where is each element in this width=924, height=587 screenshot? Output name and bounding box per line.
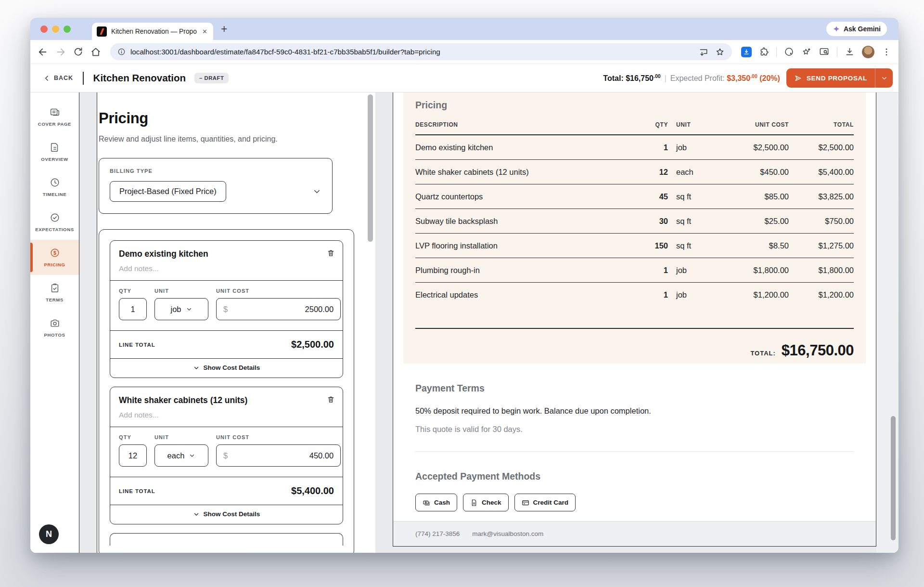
unit-cost-value[interactable] [228,451,334,460]
chevron-down-icon [186,306,192,313]
line-total-value: $2,500.00 [291,339,334,350]
bookmark-star-icon[interactable] [715,47,725,57]
line-total-label: LINE TOTAL [119,342,155,348]
browser-toolbar: localhost:3001/dashboard/estimate/fa847b… [30,40,898,64]
install-app-icon[interactable] [699,47,708,57]
row-total: $1,800.00 [789,258,854,282]
footer-email: mark@visualboston.com [472,530,543,537]
delete-line-item-icon[interactable] [327,249,335,257]
line-item-card: White shaker cabinets (12 units) Add not… [110,387,343,524]
sidebar-item-photos[interactable]: PHOTOS [30,310,79,345]
show-cost-details-button[interactable]: Show Cost Details [110,359,343,378]
chevron-left-icon [43,75,51,82]
credit-card-icon [522,499,529,507]
proposal-preview-wrap: Pricing DESCRIPTION QTY UNIT UNIT COST T… [393,92,876,553]
dev-indicator-badge[interactable]: N [39,524,59,544]
unit-select[interactable]: job [154,298,208,320]
screen-capture-icon[interactable] [784,47,794,57]
row-total: $750.00 [789,209,854,233]
sidebar-item-timeline[interactable]: TIMELINE [30,170,79,205]
sidebar-item-overview[interactable]: OVERVIEW [30,134,79,170]
sidebar-item-label: TIMELINE [43,192,67,197]
browser-tab[interactable]: Kitchen Renovation — Propos ✕ [92,23,213,40]
qty-value[interactable] [119,305,146,314]
line-item-notes-input[interactable]: Add notes... [119,411,334,419]
row-description: Demo existing kitchen [415,135,639,159]
delete-line-item-icon[interactable] [327,395,335,404]
home-icon[interactable] [90,47,101,57]
row-qty: 1 [639,283,668,307]
profit-percent: (20%) [759,74,780,82]
currency-symbol: $ [223,451,228,460]
unit-value: job [170,305,181,314]
extensions-puzzle-icon[interactable] [759,47,769,57]
paper-plane-icon [794,74,802,82]
qty-value[interactable] [119,451,146,460]
unit-cost-input[interactable]: $ [216,298,341,320]
billing-type-select[interactable]: Project-Based (Fixed Price) [110,181,226,202]
row-total: $3,825.00 [789,184,854,209]
send-proposal-label: SEND PROPOSAL [807,75,867,82]
method-cash-chip: Cash [415,494,457,511]
sidebar-item-pricing[interactable]: $ PRICING [30,240,79,275]
close-window-button[interactable] [40,26,48,33]
show-cost-details-button[interactable]: Show Cost Details [110,505,343,524]
sidebar-item-expectations[interactable]: EXPECTATIONS [30,205,79,240]
qty-input[interactable] [119,298,147,320]
search-tabs-icon[interactable] [819,46,830,57]
unit-cost-input[interactable]: $ [216,444,341,467]
camera-icon [50,318,60,328]
row-total: $1,200.00 [789,283,854,307]
pricing-table-row: Demo existing kitchen 1 job $2,500.00 $2… [415,135,854,160]
row-qty: 30 [639,209,668,233]
back-button[interactable]: BACK [43,75,73,82]
qty-input[interactable] [119,444,147,467]
send-proposal-button[interactable]: SEND PROPOSAL [786,74,875,82]
unit-value: each [167,451,185,460]
line-items-container: Demo existing kitchen Add notes... QTY [99,229,354,553]
row-unit: each [668,160,709,184]
reload-icon[interactable] [73,47,83,57]
browser-menu-icon[interactable] [882,47,891,57]
row-unit-cost: $1,800.00 [709,258,789,282]
row-description: White shaker cabinets (12 units) [415,160,639,184]
unit-select[interactable]: each [154,444,208,467]
forward-nav-icon[interactable] [55,47,66,57]
window-controls [40,26,71,33]
row-qty: 1 [639,258,668,282]
url-text: localhost:3001/dashboard/estimate/fa847b… [130,48,694,56]
site-info-icon[interactable] [117,48,126,56]
header-totals: Total: $16,750.00|Expected Profit: $3,35… [603,73,780,83]
zoom-window-button[interactable] [64,26,71,33]
currency-symbol: $ [223,305,228,314]
sidebar-item-terms[interactable]: TERMS [30,275,79,310]
chevron-down-icon[interactable] [312,187,321,196]
page-scrollbar[interactable] [891,416,896,540]
sidebar-item-label: EXPECTATIONS [35,227,74,232]
toolbar-divider [837,47,837,57]
line-item-notes-input[interactable]: Add notes... [119,264,334,273]
chevron-down-icon [193,511,200,518]
browser-profile-avatar[interactable] [862,46,874,58]
form-panel-scrollbar[interactable] [368,94,373,242]
sidebar-item-cover-page[interactable]: COVER PAGE [30,99,79,134]
new-tab-button[interactable]: + [221,24,227,35]
unit-cost-value[interactable] [228,305,334,314]
address-bar[interactable]: localhost:3001/dashboard/estimate/fa847b… [110,43,732,60]
download-extension-icon[interactable] [741,47,752,57]
minimize-window-button[interactable] [52,26,59,33]
ask-gemini-button[interactable]: Ask Gemini [826,22,887,36]
pricing-table-row: White shaker cabinets (12 units) 12 each… [415,160,854,184]
proposal-preview: Pricing DESCRIPTION QTY UNIT UNIT COST T… [393,92,876,547]
profit-amount: $3,350 [727,74,750,82]
sparkle-star-icon[interactable] [801,47,811,57]
method-label: Credit Card [533,499,569,506]
close-tab-icon[interactable]: ✕ [201,28,208,35]
downloads-icon[interactable] [845,47,855,57]
row-description: Electrical updates [415,283,639,307]
qty-label: QTY [119,434,147,440]
send-options-button[interactable] [875,75,893,82]
back-nav-icon[interactable] [38,47,48,57]
section-divider [415,451,854,452]
footer-phone: (774) 217-3856 [415,530,460,537]
